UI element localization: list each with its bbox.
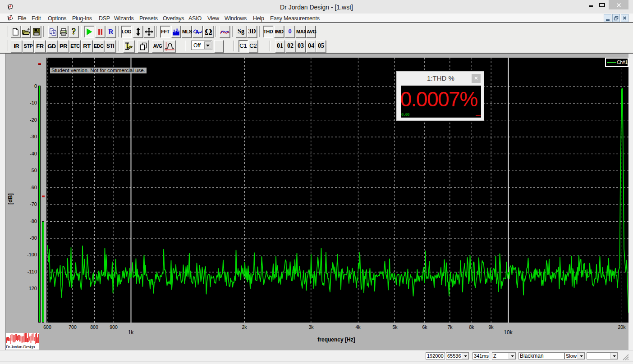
svg-text:Ω: Ω bbox=[205, 27, 212, 36]
svg-text:A: A bbox=[195, 29, 199, 35]
svg-text:?: ? bbox=[72, 27, 76, 36]
